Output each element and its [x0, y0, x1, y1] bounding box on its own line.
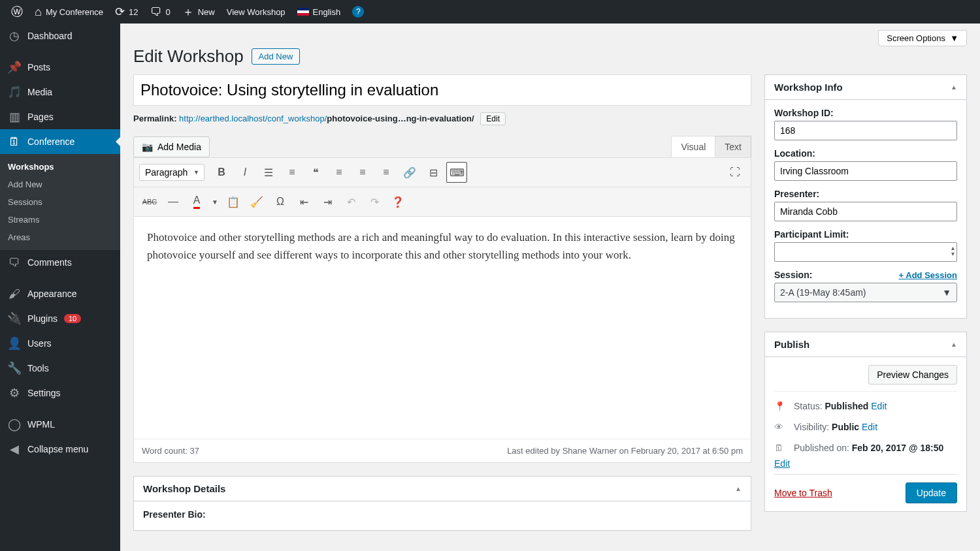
- outdent-button[interactable]: ⇤: [293, 191, 314, 212]
- page-heading-text: Edit Workshop: [133, 46, 244, 67]
- special-char-button[interactable]: Ω: [270, 191, 291, 212]
- participant-limit-input[interactable]: [774, 242, 957, 262]
- link-button[interactable]: 🔗: [399, 162, 420, 183]
- sidebar-item-media[interactable]: 🎵Media: [0, 80, 120, 104]
- bullet-list-button[interactable]: ☰: [258, 162, 279, 183]
- wp-logo[interactable]: ⓦ: [5, 0, 29, 24]
- italic-button[interactable]: I: [235, 162, 255, 183]
- hr-button[interactable]: —: [163, 191, 184, 212]
- color-dropdown[interactable]: ▼: [210, 191, 220, 212]
- visibility-row: 👁 Visibility: Public Edit: [774, 417, 957, 437]
- language-switch[interactable]: English: [291, 0, 347, 24]
- location-input[interactable]: [774, 161, 957, 181]
- sidebar-item-appearance[interactable]: 🖌Appearance: [0, 281, 120, 306]
- sidebar-label: Pages: [27, 112, 54, 122]
- chevron-up-icon: ▲: [951, 341, 957, 348]
- view-workshop[interactable]: View Workshop: [221, 0, 291, 24]
- sidebar-item-pages[interactable]: ▥Pages: [0, 104, 120, 129]
- tab-visual[interactable]: Visual: [671, 136, 715, 157]
- more-button[interactable]: ⊟: [423, 162, 444, 183]
- user-icon: 👤: [8, 337, 21, 350]
- move-to-trash-link[interactable]: Move to Trash: [774, 488, 832, 498]
- sidebar-collapse[interactable]: ◀Collapse menu: [0, 437, 120, 462]
- editor-status-bar: Word count: 37 Last edited by Shane Warn…: [134, 439, 751, 462]
- chevron-down-icon: ▼: [942, 287, 951, 298]
- text-color-button[interactable]: A: [186, 191, 207, 212]
- tab-text[interactable]: Text: [715, 136, 751, 157]
- sidebar-item-users[interactable]: 👤Users: [0, 331, 120, 356]
- align-center-button[interactable]: ≡: [352, 162, 373, 183]
- status-row: 📍 Status: Published Edit: [774, 396, 957, 417]
- pin-icon: 📌: [8, 61, 21, 74]
- workshop-info-header[interactable]: Workshop Info ▲: [765, 75, 966, 100]
- submenu-streams[interactable]: Streams: [0, 211, 120, 228]
- comments-link[interactable]: 🗨0: [144, 0, 176, 24]
- workshop-id-input[interactable]: [774, 121, 957, 140]
- undo-button[interactable]: ↶: [340, 191, 361, 212]
- redo-button[interactable]: ↷: [364, 191, 385, 212]
- plus-icon: ＋: [182, 6, 194, 18]
- wpml-icon: ◯: [8, 418, 21, 431]
- workshop-details-box: Workshop Details ▲ Presenter Bio:: [133, 476, 751, 531]
- location-label: Location:: [774, 148, 957, 159]
- site-name[interactable]: ⌂My Conference: [29, 0, 109, 24]
- submenu-areas[interactable]: Areas: [0, 228, 120, 246]
- uk-flag-icon: [297, 8, 309, 16]
- submenu-sessions[interactable]: Sessions: [0, 193, 120, 211]
- number-list-button[interactable]: ≡: [282, 162, 302, 183]
- add-new-button[interactable]: Add New: [252, 48, 301, 65]
- status-edit-link[interactable]: Edit: [871, 401, 887, 411]
- sidebar-item-posts[interactable]: 📌Posts: [0, 55, 120, 80]
- session-select[interactable]: 2-A (19-May 8:45am)▼: [774, 283, 957, 302]
- workshop-details-header[interactable]: Workshop Details ▲: [134, 477, 751, 501]
- screen-options-button[interactable]: Screen Options ▼: [878, 30, 967, 46]
- published-edit-link[interactable]: Edit: [774, 458, 790, 469]
- sidebar-item-plugins[interactable]: 🔌Plugins 10: [0, 306, 120, 331]
- new-content[interactable]: ＋New: [176, 0, 221, 24]
- align-right-button[interactable]: ≡: [376, 162, 397, 183]
- sidebar-item-comments[interactable]: 🗨Comments: [0, 250, 120, 275]
- sidebar-item-dashboard[interactable]: ◷Dashboard: [0, 24, 120, 48]
- sidebar-label: Settings: [27, 388, 61, 398]
- updates-link[interactable]: ⟳12: [109, 0, 144, 24]
- sidebar-item-settings[interactable]: ⚙Settings: [0, 381, 120, 405]
- submenu-workshops[interactable]: Workshops: [0, 158, 120, 176]
- bold-button[interactable]: B: [211, 162, 232, 183]
- toolbar-toggle-button[interactable]: ⌨: [446, 162, 467, 183]
- permalink-link[interactable]: http://earthed.localhost/conf_workshop/p…: [179, 114, 474, 123]
- align-left-button[interactable]: ≡: [329, 162, 350, 183]
- format-select[interactable]: Paragraph: [139, 164, 204, 181]
- editor-body[interactable]: Photovoice and other storytelling method…: [134, 217, 751, 439]
- visibility-edit-link[interactable]: Edit: [862, 422, 877, 432]
- permalink-edit-button[interactable]: Edit: [480, 112, 506, 125]
- preview-changes-button[interactable]: Preview Changes: [868, 365, 957, 385]
- add-session-link[interactable]: + Add Session: [899, 270, 957, 280]
- submenu-add-new[interactable]: Add New: [0, 176, 120, 193]
- plugins-badge: 10: [64, 314, 81, 323]
- paste-text-button[interactable]: 📋: [223, 191, 244, 212]
- indent-button[interactable]: ⇥: [317, 191, 338, 212]
- add-media-button[interactable]: 📷Add Media: [133, 136, 210, 157]
- site-name-label: My Conference: [46, 7, 103, 17]
- publish-box: Publish ▲ Preview Changes 📍 Status: Publ…: [764, 332, 967, 512]
- published-row: 🗓 Published on: Feb 20, 2017 @ 18:50: [774, 437, 957, 458]
- title-input[interactable]: [133, 74, 751, 106]
- sidebar-item-conference[interactable]: 🗓Conference: [0, 129, 120, 154]
- strike-button[interactable]: ABC: [139, 191, 160, 212]
- quote-button[interactable]: ❝: [305, 162, 326, 183]
- admin-sidebar: ◷Dashboard 📌Posts 🎵Media ▥Pages 🗓Confere…: [0, 24, 120, 551]
- presenter-input[interactable]: [774, 202, 957, 221]
- clear-format-button[interactable]: 🧹: [246, 191, 267, 212]
- sidebar-item-tools[interactable]: 🔧Tools: [0, 356, 120, 381]
- workshop-details-title: Workshop Details: [143, 483, 225, 494]
- number-spinner-icon[interactable]: ▴▾: [951, 245, 955, 257]
- publish-header[interactable]: Publish ▲: [765, 332, 966, 357]
- limit-label: Participant Limit:: [774, 229, 957, 240]
- help-icon[interactable]: ?: [346, 0, 370, 24]
- sidebar-item-wpml[interactable]: ◯WPML: [0, 412, 120, 437]
- view-label: View Workshop: [227, 7, 286, 17]
- fullscreen-button[interactable]: ⛶: [725, 162, 745, 183]
- update-button[interactable]: Update: [906, 482, 957, 503]
- home-icon: ⌂: [35, 6, 42, 18]
- help-button[interactable]: ❓: [387, 191, 408, 212]
